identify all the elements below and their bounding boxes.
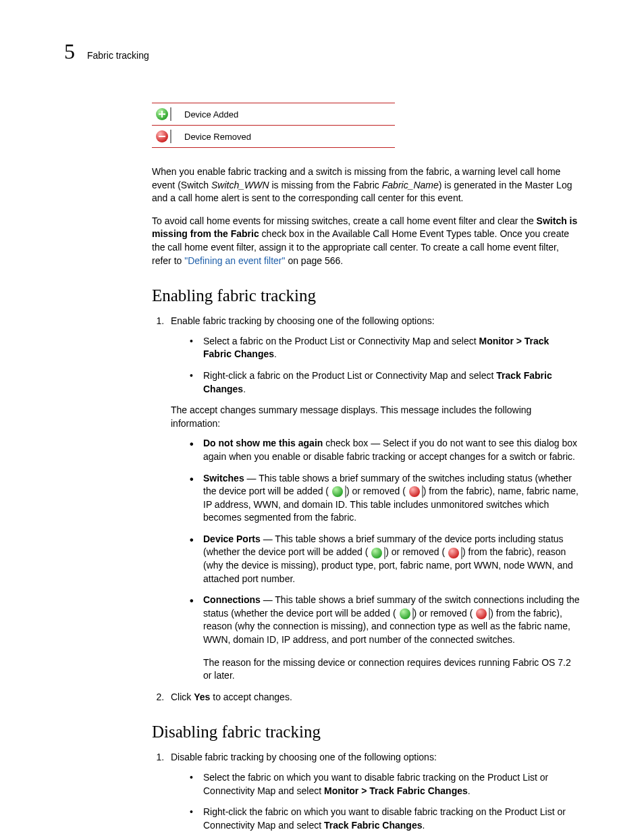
disabling-steps: Disable fabric tracking by choosing one … [152,751,580,832]
text: on page 566. [286,255,344,266]
decor-bar [170,130,171,143]
text: to accept changes. [210,692,292,702]
icon-label: Device Added [180,103,395,126]
text: ) or removed ( [414,608,476,619]
bold-text: Do not show me this again [203,438,323,448]
decor-bar [170,107,171,121]
text: Click [171,692,194,702]
bold-text: Device Ports [203,533,261,544]
text: . [423,820,425,831]
list-item: Connections — This table shows a brief s… [190,594,580,683]
cross-reference-link[interactable]: "Defining an event filter" [184,255,285,266]
icon-label: Device Removed [180,126,395,148]
text: is missing from the Fabric [269,180,382,190]
enabling-steps: Enable fabric tracking by choosing one o… [152,315,580,704]
text: ) or removed ( [346,486,408,496]
section-title: Fabric tracking [87,50,149,61]
step-1: Enable fabric tracking by choosing one o… [167,315,580,683]
add-icon [332,486,343,497]
bold-text: Yes [194,692,210,702]
step-2: Click Yes to accept changes. [167,691,580,704]
bold-text: Track Fabric Changes [324,820,423,831]
table-row: Device Removed [152,126,395,148]
text: Enable fabric tracking by choosing one o… [171,315,435,326]
bold-text: Switches [203,473,244,484]
page-content: Device Added Device Removed When you ena… [152,103,580,832]
add-icon [371,548,382,558]
table-row: Device Added [152,103,395,126]
text: . [468,785,471,796]
text: Select a fabric on the Product List or C… [203,336,479,346]
step-1: Disable fabric tracking by choosing one … [167,751,580,832]
paragraph: To avoid call home events for missing sw… [152,215,580,267]
list-item: Select the fabric on which you want to d… [190,771,580,798]
accept-changes-intro: The accept changes summary message displ… [171,404,580,430]
list-item: Right-click the fabric on which you want… [190,806,580,832]
italic-text: Switch_WWN [211,180,269,190]
option-list: Select a fabric on the Product List or C… [171,335,580,396]
page-header: 5 Fabric tracking [64,41,580,62]
list-item: Right-click a fabric on the Product List… [190,369,580,396]
icon-cell [152,126,180,148]
list-item: Device Ports — This table shows a brief … [190,533,580,585]
italic-text: Fabric_Name [382,180,439,190]
reason-note: The reason for the missing device or con… [203,656,580,683]
text: . [274,348,277,359]
heading-enabling: Enabling fabric tracking [152,286,580,305]
remove-icon [156,130,168,142]
paragraph: When you enable fabric tracking and a sw… [152,165,580,205]
bold-text: Monitor > Track Fabric Changes [324,785,468,796]
chapter-number: 5 [64,41,75,62]
text: Disable fabric tracking by choosing one … [171,752,437,762]
add-icon [400,608,410,619]
heading-disabling: Disabling fabric tracking [152,723,580,741]
text: ) or removed ( [385,546,448,557]
remove-icon [476,608,487,619]
document-page: 5 Fabric tracking Device Added Device Re… [0,0,644,834]
remove-icon [448,548,459,558]
text: . [243,384,246,394]
summary-list: Do not show me this again check box — Se… [171,437,580,683]
list-item: Do not show me this again check box — Se… [190,437,580,463]
option-list: Select the fabric on which you want to d… [171,771,580,832]
text: To avoid call home events for missing sw… [152,215,537,226]
bold-text: Connections [203,594,261,605]
icon-legend-table: Device Added Device Removed [152,103,395,148]
add-icon [156,108,168,120]
remove-icon [409,486,420,497]
text: Right-click a fabric on the Product List… [203,370,496,381]
icon-cell [152,103,180,126]
list-item: Switches — This table shows a brief summ… [190,472,580,525]
list-item: Select a fabric on the Product List or C… [190,335,580,361]
